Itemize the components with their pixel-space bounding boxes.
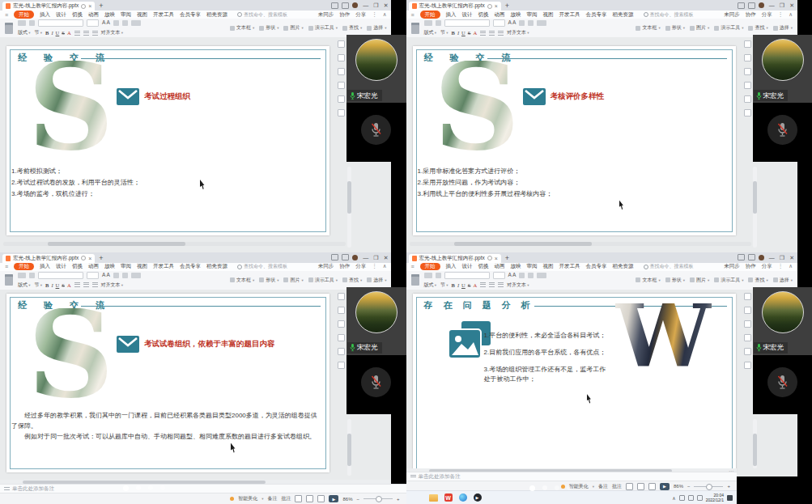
ribbon-insert-button-5[interactable]: 选择	[367, 24, 386, 32]
close-button[interactable]: ✕	[384, 255, 389, 260]
close-tab-icon[interactable]: ×	[88, 3, 91, 9]
format-button-3[interactable]: S	[62, 282, 65, 288]
align-left-icon[interactable]	[74, 31, 80, 36]
format-button-0[interactable]: B	[452, 30, 455, 36]
mute-button[interactable]	[361, 115, 391, 145]
slide-layout-icon[interactable]	[29, 273, 35, 278]
ribbon-insert-button-4[interactable]: 查找	[342, 277, 362, 284]
zoom-level[interactable]: 86%	[674, 484, 683, 489]
scroll-thumb[interactable]	[753, 434, 757, 466]
vertical-scrollbar[interactable]	[753, 419, 757, 469]
new-slide-icon[interactable]	[424, 20, 432, 26]
account-action-0[interactable]: 未同步	[724, 263, 740, 270]
photo-letter[interactable]: S	[28, 308, 114, 401]
format-button-3[interactable]: S	[62, 30, 65, 36]
ribbon-insert-button-1[interactable]: 形状	[665, 24, 685, 32]
slide-heading[interactable]: 考试过程组织	[144, 91, 190, 102]
account-avatar[interactable]	[352, 2, 358, 8]
comments-toggle-button[interactable]: 批注	[612, 483, 622, 490]
format-button-2[interactable]: U	[56, 30, 60, 36]
ribbon-insert-button-2[interactable]: 图片	[283, 277, 303, 284]
menu-tab-home[interactable]: 开始	[420, 263, 440, 270]
wps-app-icon[interactable]: W	[444, 493, 453, 502]
volume-icon[interactable]	[697, 495, 703, 501]
new-slide-icon[interactable]	[18, 20, 26, 26]
indent-icons[interactable]	[537, 273, 546, 278]
bullet-list-icon[interactable]	[113, 273, 119, 278]
align-left-icon[interactable]	[480, 282, 486, 287]
notification-center-icon[interactable]	[727, 495, 733, 501]
slide-body-lines[interactable]: 1.考前模拟测试；2.考试过程试卷的发放，利用平台的灵活性；3.考场的监考，双机…	[11, 166, 140, 200]
more-menu-icon[interactable]: ⋮	[372, 12, 377, 18]
workspace-grid-icon[interactable]	[748, 254, 755, 260]
rail-comment-icon[interactable]	[338, 95, 345, 103]
menu-tab-0[interactable]: 插入	[40, 263, 50, 270]
ribbon-insert-button-3[interactable]: 演示工具	[308, 24, 338, 32]
ribbon-insert-button-1[interactable]: 形状	[259, 24, 278, 32]
format-button-2[interactable]: U	[461, 30, 466, 36]
scroll-thumb[interactable]	[48, 242, 185, 246]
collapse-ribbon-icon[interactable]: ∧	[383, 12, 387, 18]
mute-button[interactable]	[767, 115, 797, 145]
slide-sorter-icon[interactable]	[637, 483, 644, 490]
rail-design-icon[interactable]	[744, 82, 751, 89]
ribbon-insert-button-4[interactable]: 查找	[748, 277, 767, 284]
format-button-4[interactable]: A	[473, 282, 477, 288]
mute-button[interactable]	[767, 367, 797, 397]
notes-toggle-button[interactable]: 备注	[267, 495, 277, 502]
menu-tab-5[interactable]: 审阅	[121, 11, 131, 19]
beautify-button[interactable]: 智能美化	[238, 495, 257, 502]
zoom-slider[interactable]	[363, 498, 393, 499]
ribbon-insert-button-3[interactable]: 演示工具	[714, 24, 743, 32]
align-right-icon[interactable]	[498, 31, 504, 36]
command-search[interactable]: 查找命令、搜索模板	[644, 263, 694, 270]
zoom-in-button[interactable]: +	[397, 497, 400, 502]
format-button-4[interactable]: A	[67, 282, 71, 288]
menu-tab-9[interactable]: 稻壳资源	[206, 263, 227, 270]
font-name-box[interactable]	[38, 19, 83, 27]
ribbon-insert-button-4[interactable]: 查找	[748, 24, 767, 32]
menu-tab-5[interactable]: 审阅	[527, 11, 538, 19]
ribbon-insert-button-0[interactable]: 文本框	[636, 24, 660, 32]
menu-tab-3[interactable]: 动画	[495, 263, 505, 270]
workspace-grid-icon[interactable]	[342, 2, 349, 9]
menu-tab-8[interactable]: 会员专享	[180, 11, 201, 19]
format-button-2[interactable]: U	[56, 282, 60, 288]
ribbon-button-1[interactable]: 节	[440, 29, 449, 36]
normal-view-icon[interactable]	[626, 483, 633, 490]
align-text-button[interactable]: 对齐文本	[507, 29, 529, 36]
slide-body-lines[interactable]: 1.平台的便利性，未必全适合各科目考试；2.目前我们应用的各平台系统，各有优点；…	[484, 331, 612, 392]
slide-body-paragraphs[interactable]: 经过多年的教学积累，我们其中的一门课程，目前已经积累各类题目类型2000多道，为…	[11, 410, 321, 442]
command-search[interactable]: 查找命令、搜索模板	[237, 11, 287, 19]
document-tab[interactable]: 宏光-线上教学汇报内容.pptx ×	[409, 254, 501, 263]
rail-properties-icon[interactable]	[338, 40, 345, 48]
grow-shrink-font-buttons[interactable]: A A	[102, 20, 110, 26]
reading-view-icon[interactable]	[648, 483, 656, 490]
menu-tab-9[interactable]: 稻壳资源	[613, 263, 634, 270]
minimize-button[interactable]: —	[769, 255, 775, 260]
participant-tile[interactable]: 宋宏光	[753, 287, 812, 355]
new-tab-button[interactable]: +	[99, 255, 103, 262]
align-text-button[interactable]: 对齐文本	[507, 282, 529, 289]
menu-tab-5[interactable]: 审阅	[121, 263, 131, 270]
numbered-list-icon[interactable]	[528, 20, 534, 26]
menu-tab-2[interactable]: 切换	[478, 263, 489, 270]
align-right-icon[interactable]	[498, 282, 504, 287]
horizontal-scrollbar[interactable]	[410, 242, 752, 246]
reading-view-icon[interactable]	[317, 495, 325, 502]
ribbon-insert-button-1[interactable]: 形状	[665, 277, 685, 284]
rail-animation-icon[interactable]	[744, 307, 751, 314]
indent-icons[interactable]	[131, 273, 141, 278]
rail-design-icon[interactable]	[744, 334, 751, 341]
rail-transition-icon[interactable]	[338, 320, 345, 328]
ribbon-button-1[interactable]: 节	[35, 282, 43, 289]
collapse-ribbon-icon[interactable]: ∧	[789, 264, 793, 269]
grow-shrink-font-buttons[interactable]: A A	[102, 273, 110, 278]
beautify-button[interactable]: 智能美化	[569, 483, 589, 490]
workspace-grid-icon[interactable]	[342, 254, 349, 260]
rail-properties-icon[interactable]	[744, 293, 751, 300]
menu-tab-0[interactable]: 插入	[446, 11, 457, 19]
maximize-button[interactable]: ❐	[780, 2, 784, 8]
slide[interactable]: 经 验 交 流 S 考试过程组织 1.考前模拟测试；2.考试过程试卷的发放，利用…	[6, 46, 329, 235]
menu-tab-7[interactable]: 开发工具	[153, 11, 174, 19]
